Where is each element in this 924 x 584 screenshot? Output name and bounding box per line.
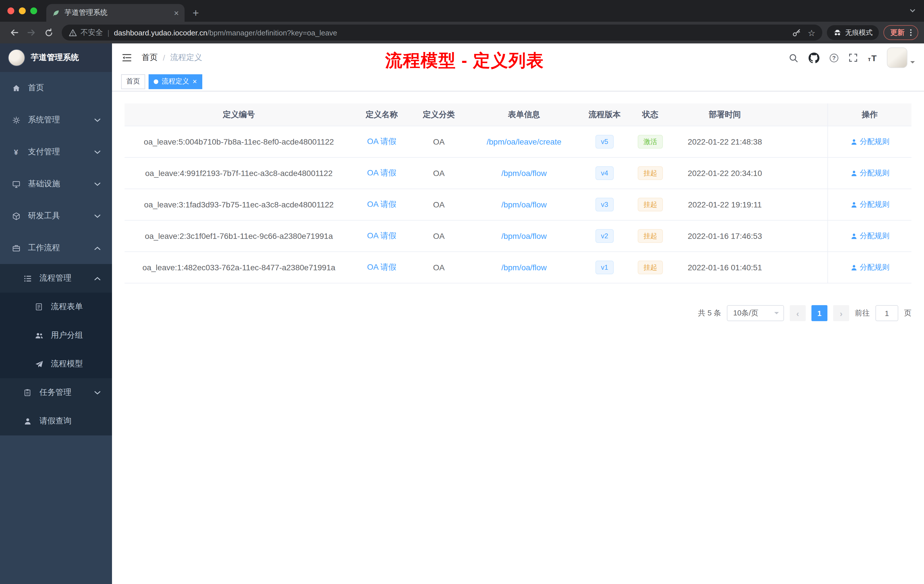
sidebar-item-label: 首页	[28, 83, 44, 93]
pagination-total: 共 5 条	[698, 308, 721, 318]
assign-rule-link[interactable]: 分配规则	[850, 200, 889, 210]
window-minimize-button[interactable]	[19, 7, 26, 14]
sidebar-item-system[interactable]: 系统管理	[0, 104, 112, 136]
sidebar-item-infra[interactable]: 基础设施	[0, 168, 112, 200]
sidebar-logo[interactable]: 芋道管理系统	[0, 43, 112, 72]
assign-rule-link[interactable]: 分配规则	[850, 137, 889, 147]
user-menu[interactable]	[887, 48, 915, 68]
assign-rule-link[interactable]: 分配规则	[850, 168, 889, 178]
sidebar-item-dev[interactable]: 研发工具	[0, 200, 112, 232]
table-row: oa_leave:5:004b710b-7b8a-11ec-8ef0-acde4…	[125, 126, 911, 158]
sidebar-item-task-mgmt[interactable]: 任务管理	[0, 378, 112, 407]
navbar-actions: ? тT	[789, 48, 915, 68]
forward-button[interactable]	[23, 24, 40, 41]
sidebar-item-user-group[interactable]: 用户分组	[0, 321, 112, 350]
form-link[interactable]: /bpm/oa/flow	[502, 200, 547, 209]
new-tab-button[interactable]: +	[193, 7, 199, 18]
tab-search-chevron-icon[interactable]	[909, 7, 916, 14]
assign-rule-link[interactable]: 分配规则	[850, 231, 889, 241]
tag-close-icon[interactable]: ×	[193, 78, 197, 85]
password-key-icon[interactable]	[792, 28, 801, 37]
goto-page-input[interactable]	[875, 305, 898, 321]
column-header: 定义编号	[125, 104, 353, 126]
page-content: 定义编号 定义名称 定义分类 表单信息 流程版本 状态 部署时间 操作 oa_l…	[112, 91, 924, 584]
workflow-submenu: 流程管理 流程表单 用户分组	[0, 264, 112, 436]
security-status[interactable]: 不安全	[69, 27, 103, 38]
sidebar-item-leave-query[interactable]: 请假查询	[0, 407, 112, 436]
sidebar-item-label: 用户分组	[51, 330, 83, 341]
home-icon	[12, 84, 21, 92]
definition-name-link[interactable]: OA 请假	[367, 137, 396, 147]
definition-id: oa_leave:5:004b710b-7b8a-11ec-8ef0-acde4…	[125, 126, 353, 157]
sidebar-item-process-model[interactable]: 流程模型	[0, 350, 112, 378]
form-link[interactable]: /bpm/oa/flow	[502, 168, 547, 178]
definition-category: OA	[410, 221, 467, 251]
address-bar[interactable]: 不安全 | dashboard.yudao.iocoder.cn/bpm/man…	[62, 25, 822, 41]
sidebar-item-label: 系统管理	[28, 115, 60, 125]
clipboard-icon	[23, 389, 32, 397]
sidebar-item-label: 支付管理	[28, 147, 60, 157]
avatar[interactable]	[887, 48, 908, 68]
window-zoom-button[interactable]	[30, 7, 37, 14]
fullscreen-icon[interactable]	[848, 53, 858, 62]
url-host: dashboard.yudao.iocoder.cn	[114, 28, 208, 37]
form-link[interactable]: /bpm/oa/flow	[502, 263, 547, 272]
tag-home[interactable]: 首页	[121, 74, 145, 89]
sidebar-item-pay[interactable]: ¥ 支付管理	[0, 136, 112, 168]
hamburger-icon[interactable]	[121, 52, 132, 63]
assign-rule-link[interactable]: 分配规则	[850, 262, 889, 272]
search-icon[interactable]	[789, 53, 798, 63]
version-tag: v3	[595, 198, 614, 211]
sidebar-item-label: 请假查询	[40, 416, 71, 426]
tag-label: 首页	[126, 77, 140, 86]
form-link[interactable]: /bpm/oa/flow	[502, 231, 547, 241]
pagination: 共 5 条 10条/页 ‹ 1 › 前往 页	[125, 305, 911, 321]
breadcrumb-current: 流程定义	[170, 53, 202, 63]
deploy-time: 2022-01-22 20:34:10	[672, 158, 778, 188]
bookmark-star-icon[interactable]: ☆	[808, 28, 815, 37]
browser-toolbar: 不安全 | dashboard.yudao.iocoder.cn/bpm/man…	[0, 22, 924, 43]
update-chip[interactable]: 更新	[883, 25, 918, 40]
definition-id: oa_leave:2:3c1f0ef1-76b1-11ec-9c66-a2380…	[125, 221, 353, 251]
reload-button[interactable]	[40, 24, 57, 41]
chevron-down-icon	[774, 312, 779, 317]
definition-name-link[interactable]: OA 请假	[367, 262, 396, 272]
definition-category: OA	[410, 126, 467, 157]
definition-category: OA	[410, 252, 467, 283]
next-page-button[interactable]: ›	[833, 305, 849, 321]
person-icon	[23, 417, 32, 426]
sidebar-item-workflow[interactable]: 工作流程	[0, 232, 112, 264]
window-close-button[interactable]	[7, 7, 14, 14]
sidebar-item-process-form[interactable]: 流程表单	[0, 292, 112, 321]
column-header: 流程版本	[581, 104, 629, 126]
tree-table-icon	[23, 274, 32, 282]
column-header: 状态	[629, 104, 672, 126]
browser-menu-icon[interactable]	[906, 28, 916, 37]
definition-id: oa_leave:3:1fad3d93-7b75-11ec-a3c8-acde4…	[125, 189, 353, 220]
top-navbar: 首页 / 流程定义 ? тT	[112, 43, 924, 72]
warning-triangle-icon	[69, 28, 77, 37]
form-link[interactable]: /bpm/oa/leave/create	[487, 137, 561, 146]
prev-page-button[interactable]: ‹	[790, 305, 806, 321]
help-icon[interactable]: ?	[830, 53, 838, 62]
goto-unit: 页	[904, 308, 911, 318]
breadcrumb-home[interactable]: 首页	[142, 53, 158, 63]
definition-name-link[interactable]: OA 请假	[367, 231, 396, 241]
definition-name-link[interactable]: OA 请假	[367, 168, 396, 178]
tab-title: 芋道管理系统	[64, 8, 169, 18]
screen: 芋道管理系统 × + 不安全	[0, 0, 924, 584]
tab-close-icon[interactable]: ×	[174, 8, 179, 17]
sidebar-item-process-mgmt[interactable]: 流程管理	[0, 264, 112, 292]
font-size-icon[interactable]: тT	[868, 53, 876, 62]
back-button[interactable]	[6, 24, 23, 41]
sidebar-item-label: 流程模型	[51, 359, 83, 369]
tag-process-definition[interactable]: 流程定义 ×	[148, 74, 202, 89]
sidebar-item-home[interactable]: 首页	[0, 72, 112, 104]
current-page-button[interactable]: 1	[812, 305, 827, 321]
github-icon[interactable]	[808, 52, 819, 63]
goto-label: 前往	[855, 308, 870, 318]
browser-tab[interactable]: 芋道管理系统 ×	[46, 4, 185, 22]
column-header: 部署时间	[672, 104, 778, 126]
page-size-select[interactable]: 10条/页	[727, 305, 784, 321]
definition-name-link[interactable]: OA 请假	[367, 200, 396, 210]
